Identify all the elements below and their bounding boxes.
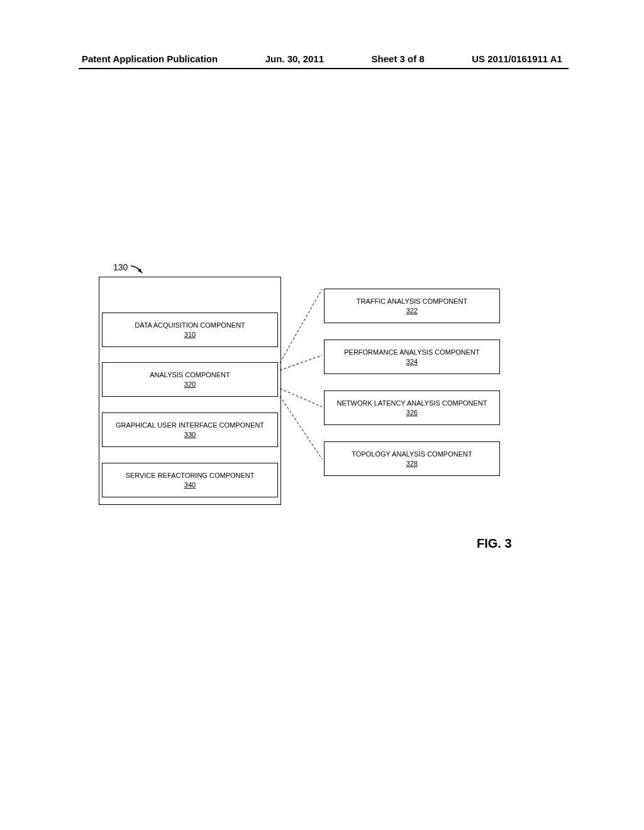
component-ref: 330 — [184, 431, 196, 438]
component-title: ANALYSIS COMPONENT — [150, 371, 230, 379]
connector-lines — [278, 286, 325, 481]
component-ref: 328 — [406, 460, 418, 467]
svg-marker-0 — [138, 268, 142, 273]
component-ref: 324 — [406, 358, 418, 365]
patent-header: Patent Application Publication Jun. 30, … — [0, 53, 644, 64]
figure-label: FIG. 3 — [477, 536, 512, 551]
performance-analysis-component: PERFORMANCE ANALYSIS COMPONENT 324 — [324, 340, 500, 374]
header-divider — [79, 68, 569, 69]
component-ref: 340 — [184, 481, 196, 489]
component-title: DATA ACQUISITION COMPONENT — [135, 321, 245, 329]
patent-number: US 2011/0161911 A1 — [472, 53, 562, 64]
component-ref: 320 — [184, 380, 196, 388]
svg-line-1 — [280, 289, 322, 363]
component-title: PERFORMANCE ANALYSIS COMPONENT — [344, 348, 480, 356]
publication-date: Jun. 30, 2011 — [265, 53, 324, 64]
component-title: NETWORK LATENCY ANALYSIS COMPONENT — [337, 399, 487, 407]
component-title: TRAFFIC ANALYSIS COMPONENT — [357, 297, 467, 305]
topology-analysis-component: TOPOLOGY ANALYSIS COMPONENT 328 — [324, 441, 500, 476]
component-title: TOPOLOGY ANALYSIS COMPONENT — [352, 450, 472, 458]
component-ref: 322 — [406, 307, 418, 314]
svg-line-3 — [280, 389, 322, 407]
component-ref: 310 — [184, 331, 196, 338]
sheet-number: Sheet 3 of 8 — [372, 53, 425, 64]
component-ref: 326 — [406, 409, 418, 416]
network-latency-analysis-component: NETWORK LATENCY ANALYSIS COMPONENT 326 — [324, 390, 500, 425]
data-acquisition-component: DATA ACQUISITION COMPONENT 310 — [102, 313, 278, 347]
service-refactoring-component: SERVICE REFACTORING COMPONENT 340 — [102, 463, 278, 497]
reference-130: 130 — [113, 262, 128, 272]
component-title: GRAPHICAL USER INTERFACE COMPONENT — [116, 421, 264, 429]
traffic-analysis-component: TRAFFIC ANALYSIS COMPONENT 322 — [324, 289, 500, 323]
component-title: SERVICE REFACTORING COMPONENT — [126, 472, 255, 479]
analysis-component: ANALYSIS COMPONENT 320 — [102, 362, 278, 397]
reference-arrow — [130, 264, 148, 277]
svg-line-2 — [280, 355, 322, 370]
gui-component: GRAPHICAL USER INTERFACE COMPONENT 330 — [102, 412, 278, 447]
svg-line-4 — [280, 396, 322, 459]
publication-type: Patent Application Publication — [82, 53, 218, 64]
